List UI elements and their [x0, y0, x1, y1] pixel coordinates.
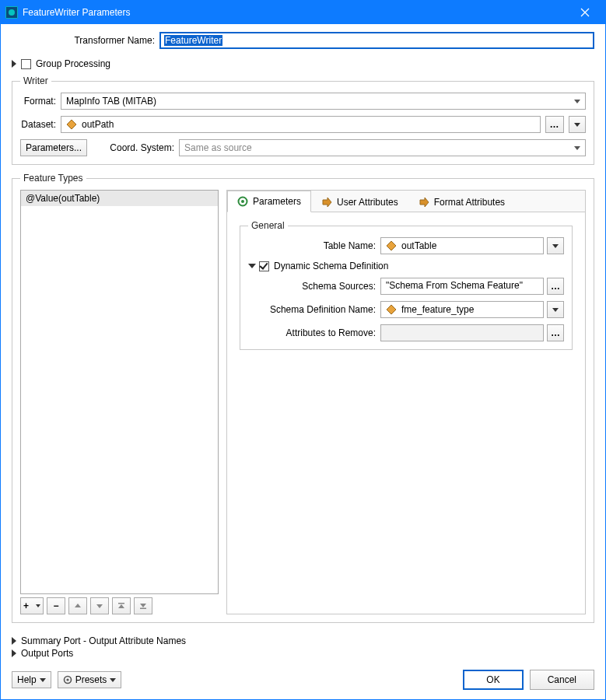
- cancel-button-label: Cancel: [548, 674, 576, 685]
- attrs-remove-input[interactable]: [380, 324, 544, 341]
- plus-icon: +: [23, 600, 29, 611]
- chevron-right-icon: [12, 637, 16, 645]
- transformer-name-value: FeatureWriter: [164, 35, 222, 46]
- remove-feature-type-button[interactable]: −: [47, 597, 65, 614]
- parameter-icon: [386, 240, 397, 251]
- cancel-button[interactable]: Cancel: [530, 670, 594, 690]
- table-name-dropdown-button[interactable]: [547, 237, 564, 254]
- feature-types-right: Parameters User Attributes: [226, 190, 586, 614]
- transformer-name-input[interactable]: FeatureWriter: [159, 32, 594, 49]
- tab-user-attributes[interactable]: User Attributes: [311, 191, 408, 212]
- format-select[interactable]: MapInfo TAB (MITAB): [61, 93, 586, 110]
- add-feature-type-button[interactable]: +: [20, 597, 44, 614]
- svg-marker-3: [75, 604, 81, 607]
- presets-button[interactable]: Presets: [58, 671, 122, 688]
- coord-system-placeholder: Same as source: [184, 142, 252, 154]
- ok-button-label: OK: [486, 674, 499, 685]
- svg-rect-5: [118, 603, 124, 604]
- schema-def-name-value: fme_feature_type: [401, 304, 474, 315]
- arrow-bottom-icon: [139, 602, 147, 610]
- arrow-up-icon: [74, 602, 82, 610]
- output-ports-label: Output Ports: [21, 648, 73, 659]
- chevron-down-icon: [574, 123, 580, 127]
- move-top-button[interactable]: [112, 597, 131, 614]
- table-name-value: outTable: [401, 240, 436, 251]
- chevron-down-icon: [36, 604, 40, 607]
- arrow-right-icon: [321, 197, 332, 208]
- gear-icon: [237, 196, 248, 207]
- group-processing-label: Group Processing: [36, 58, 110, 69]
- feature-type-item[interactable]: @Value(outTable): [21, 191, 218, 207]
- app-icon: [5, 6, 18, 19]
- group-processing-disclosure[interactable]: Group Processing: [12, 58, 594, 69]
- parameter-icon: [66, 119, 77, 130]
- feature-types-left: @Value(outTable) + −: [20, 190, 219, 614]
- schema-def-name-dropdown-button[interactable]: [547, 301, 564, 318]
- svg-point-16: [66, 678, 68, 681]
- ellipsis-icon: …: [550, 119, 560, 130]
- minus-icon: −: [53, 600, 58, 611]
- feature-types-fieldset: Feature Types @Value(outTable) +: [12, 173, 594, 623]
- svg-marker-4: [96, 604, 103, 608]
- svg-point-10: [241, 200, 244, 203]
- svg-marker-11: [323, 198, 331, 207]
- dynamic-schema-label: Dynamic Schema Definition: [274, 261, 388, 271]
- coord-system-label: Coord. System:: [87, 142, 179, 153]
- svg-marker-6: [118, 604, 124, 608]
- dataset-browse-button[interactable]: …: [545, 116, 564, 133]
- help-button-label: Help: [17, 674, 37, 685]
- summary-port-disclosure[interactable]: Summary Port - Output Attribute Names: [12, 635, 594, 646]
- attrs-remove-row: Attributes to Remove: …: [248, 324, 564, 341]
- dialog-window: FeatureWriter Parameters Transformer Nam…: [0, 0, 606, 700]
- gear-icon: [63, 675, 72, 684]
- transformer-name-label: Transformer Name:: [12, 35, 159, 46]
- output-ports-disclosure[interactable]: Output Ports: [12, 648, 594, 659]
- window-title: FeatureWriter Parameters: [23, 7, 567, 18]
- schema-sources-browse-button[interactable]: …: [547, 278, 564, 295]
- group-processing-checkbox[interactable]: [21, 59, 31, 69]
- arrow-top-icon: [117, 602, 125, 610]
- dataset-input[interactable]: outPath: [61, 116, 541, 133]
- dynamic-schema-checkbox[interactable]: [259, 261, 269, 271]
- schema-def-name-label: Schema Definition Name:: [248, 304, 380, 315]
- chevron-down-icon: [574, 146, 580, 150]
- svg-marker-7: [140, 604, 146, 607]
- format-value: MapInfo TAB (MITAB): [66, 95, 156, 107]
- parameters-button[interactable]: Parameters...: [20, 139, 87, 156]
- chevron-right-icon: [12, 60, 16, 68]
- ok-button[interactable]: OK: [463, 670, 523, 690]
- svg-marker-12: [420, 198, 429, 207]
- help-button[interactable]: Help: [12, 671, 51, 688]
- attrs-remove-browse-button[interactable]: …: [547, 324, 564, 341]
- table-name-input[interactable]: outTable: [380, 237, 544, 254]
- chevron-down-icon: [552, 244, 559, 248]
- parameter-icon: [386, 304, 397, 315]
- schema-sources-input[interactable]: "Schema From Schema Feature": [380, 278, 544, 295]
- transformer-name-row: Transformer Name: FeatureWriter: [12, 32, 594, 49]
- svg-rect-8: [140, 608, 146, 610]
- presets-button-label: Presets: [75, 674, 107, 685]
- move-down-button[interactable]: [90, 597, 109, 614]
- dynamic-schema-row: Dynamic Schema Definition: [248, 261, 564, 271]
- table-name-row: Table Name: outTable: [248, 237, 564, 254]
- move-bottom-button[interactable]: [134, 597, 152, 614]
- dataset-row: Dataset: outPath …: [20, 116, 586, 133]
- schema-sources-row: Schema Sources: "Schema From Schema Feat…: [248, 278, 564, 295]
- general-legend: General: [248, 220, 288, 231]
- format-row: Format: MapInfo TAB (MITAB): [20, 93, 586, 110]
- close-button[interactable]: [567, 1, 602, 24]
- writer-fieldset: Writer Format: MapInfo TAB (MITAB) Datas…: [12, 75, 594, 165]
- chevron-down-icon[interactable]: [248, 264, 256, 268]
- feature-types-list[interactable]: @Value(outTable): [20, 190, 219, 594]
- dialog-body: Transformer Name: FeatureWriter Group Pr…: [1, 24, 605, 699]
- move-up-button[interactable]: [68, 597, 87, 614]
- arrow-right-icon: [419, 197, 429, 208]
- tab-parameters[interactable]: Parameters: [227, 191, 311, 212]
- dataset-dropdown-button[interactable]: [569, 116, 586, 133]
- coord-system-select[interactable]: Same as source: [179, 139, 586, 156]
- tabs: Parameters User Attributes: [227, 191, 585, 212]
- ellipsis-icon: …: [551, 327, 560, 338]
- close-icon: [580, 8, 590, 17]
- tab-format-attributes[interactable]: Format Attributes: [408, 191, 515, 212]
- schema-def-name-input[interactable]: fme_feature_type: [380, 301, 544, 318]
